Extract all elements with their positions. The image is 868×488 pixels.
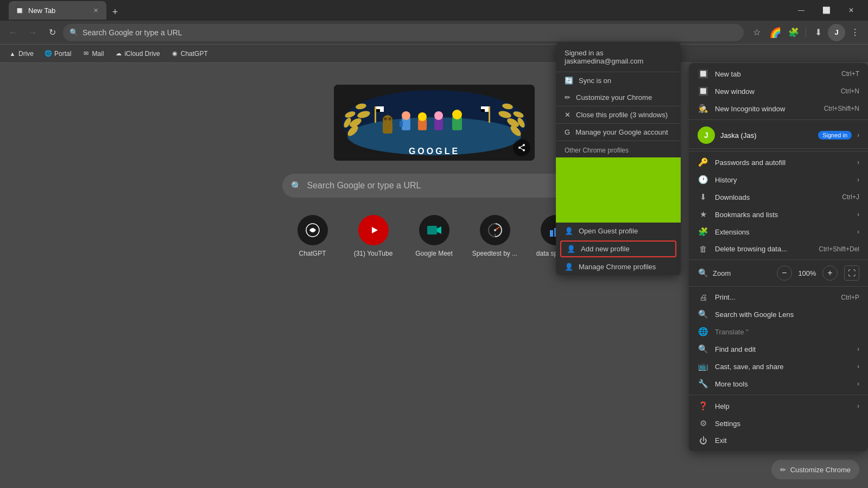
menu-help[interactable]: ❓ Help › xyxy=(689,397,868,415)
profile-close-row[interactable]: ✕ Close this profile (3 windows) xyxy=(556,106,681,124)
svg-rect-44 xyxy=(550,230,553,237)
zoom-label: Zoom xyxy=(713,269,772,277)
menu-cast-save[interactable]: 📺 Cast, save, and share › xyxy=(689,358,868,375)
downloads-button[interactable]: ⬇ xyxy=(809,24,827,41)
new-tab-button[interactable]: + xyxy=(107,4,123,20)
shortcut-youtube[interactable]: (31) YouTube xyxy=(347,215,400,257)
menu-exit[interactable]: ⏻ Exit xyxy=(689,432,868,449)
menu-new-tab-label: New tab xyxy=(715,70,835,78)
profile-manage-row[interactable]: G Manage your Google account xyxy=(556,124,681,141)
profile-sync-row[interactable]: 🔄 Sync is on xyxy=(556,72,681,89)
translate-icon: 🌐 xyxy=(698,327,708,337)
menu-sep-4 xyxy=(689,286,868,287)
chrome-logo-button[interactable]: 🌈 xyxy=(766,24,784,41)
open-guest-label: Open Guest profile xyxy=(579,227,638,235)
history-icon: 🕐 xyxy=(698,175,708,185)
bookmark-icloud-label: iCloud Drive xyxy=(124,50,160,58)
address-bar[interactable]: 🔍 Search Google or type a URL xyxy=(63,24,744,41)
menu-new-tab[interactable]: 🔲 New tab Ctrl+T xyxy=(689,65,868,83)
toolbar: ← → ↻ 🔍 Search Google or type a URL ☆ 🌈 … xyxy=(0,21,868,45)
menu-new-incognito[interactable]: 🕵 New Incognito window Ctrl+Shift+N xyxy=(689,100,868,117)
menu-history[interactable]: 🕐 History › xyxy=(689,171,868,188)
bookmark-drive[interactable]: ▲ Drive xyxy=(4,47,38,60)
chrome-menu: 🔲 New tab Ctrl+T 🔲 New window Ctrl+N 🕵 N… xyxy=(689,63,868,451)
menu-new-window[interactable]: 🔲 New window Ctrl+N xyxy=(689,83,868,100)
bookmark-mail[interactable]: ✉ Mail xyxy=(78,47,108,60)
zoom-value: 100% xyxy=(796,269,818,277)
menu-new-tab-shortcut: Ctrl+T xyxy=(841,70,859,78)
doodle-image: GOOGLE xyxy=(334,85,535,161)
profile-chevron-icon: › xyxy=(857,131,859,139)
tab-close-button[interactable]: ✕ xyxy=(91,6,100,15)
svg-rect-34 xyxy=(481,109,485,112)
add-new-profile-row[interactable]: 👤 Add new profile xyxy=(560,240,676,257)
pencil-icon: ✏ xyxy=(565,93,571,102)
doodle-share-button[interactable] xyxy=(513,139,530,156)
profile-button[interactable]: J xyxy=(828,24,845,41)
search-placeholder: Search Google or type a URL xyxy=(307,181,421,191)
new-tab-icon: 🔲 xyxy=(698,69,708,79)
menu-print-shortcut: Ctrl+P xyxy=(841,294,859,301)
extensions-button[interactable]: 🧩 xyxy=(785,24,802,41)
shortcut-speedtest[interactable]: ? Speedtest by ... xyxy=(469,215,521,257)
sync-icon: 🔄 xyxy=(565,77,573,85)
menu-sep-3 xyxy=(689,259,868,260)
active-tab[interactable]: 🔲 New Tab ✕ xyxy=(9,1,106,20)
menu-more-tools[interactable]: 🔧 More tools › xyxy=(689,375,868,392)
menu-downloads[interactable]: ⬇ Downloads Ctrl+J xyxy=(689,188,868,206)
menu-help-label: Help xyxy=(715,402,851,410)
google-g-icon: G xyxy=(565,128,570,136)
open-guest-row[interactable]: 👤 Open Guest profile xyxy=(556,223,681,239)
menu-bookmarks[interactable]: ★ Bookmarks and lists › xyxy=(689,206,868,223)
menu-delete-browsing[interactable]: 🗑 Delete browsing data... Ctrl+Shift+Del xyxy=(689,240,868,257)
bookmarks-chevron-icon: › xyxy=(857,211,859,218)
customize-chrome-button[interactable]: ✏ Customize Chrome xyxy=(771,460,859,479)
svg-point-16 xyxy=(383,115,392,125)
add-profile-icon: 👤 xyxy=(567,245,575,253)
chatgpt-bookmark-icon: ◉ xyxy=(171,50,179,58)
shortcut-meet[interactable]: Google Meet xyxy=(408,215,460,257)
menu-passwords[interactable]: 🔑 Passwords and autofill › xyxy=(689,154,868,171)
close-button[interactable]: ✕ xyxy=(839,2,864,18)
bookmark-icloud[interactable]: ☁ iCloud Drive xyxy=(110,47,164,60)
menu-delete-label: Delete browsing data... xyxy=(715,245,812,253)
forward-button[interactable]: → xyxy=(24,24,41,41)
search-bar[interactable]: 🔍 Search Google or type a URL xyxy=(282,174,586,198)
profile-customize-chrome-row[interactable]: ✏ Customize your Chrome xyxy=(556,89,681,106)
zoom-plus-button[interactable]: + xyxy=(822,265,838,281)
menu-cast-save-label: Cast, save, and share xyxy=(715,363,851,371)
menu-find-edit[interactable]: 🔍 Find and edit › xyxy=(689,340,868,358)
svg-rect-37 xyxy=(427,226,437,235)
menu-translate[interactable]: 🌐 Translate " xyxy=(689,323,868,340)
customize-label: Customize your Chrome xyxy=(576,93,652,102)
manage-profiles-icon: 👤 xyxy=(565,263,573,271)
back-button[interactable]: ← xyxy=(4,24,22,41)
zoom-minus-button[interactable]: − xyxy=(777,265,792,281)
maximize-button[interactable]: ⬜ xyxy=(814,2,839,18)
menu-avatar: J xyxy=(698,126,715,144)
manage-profiles-row[interactable]: 👤 Manage Chrome profiles xyxy=(556,258,681,275)
menu-settings[interactable]: ⚙ Settings xyxy=(689,415,868,432)
menu-profile-row[interactable]: J Jaska (Jas) Signed in › xyxy=(689,122,868,149)
menu-print-label: Print... xyxy=(715,293,834,301)
shortcut-meet-label: Google Meet xyxy=(415,250,453,257)
menu-button[interactable]: ⋮ xyxy=(846,24,864,41)
add-new-label: Add new profile xyxy=(581,245,630,253)
refresh-button[interactable]: ↻ xyxy=(43,24,61,41)
bookmark-chatgpt[interactable]: ◉ ChatGPT xyxy=(167,47,212,60)
sync-label: Sync is on xyxy=(579,77,611,85)
bookmark-star-button[interactable]: ☆ xyxy=(748,24,765,41)
bookmarks-menu-icon: ★ xyxy=(698,210,708,219)
menu-extensions[interactable]: 🧩 Extensions › xyxy=(689,223,868,240)
shortcut-chatgpt[interactable]: ChatGPT xyxy=(287,215,339,257)
bookmark-portal[interactable]: 🌐 Portal xyxy=(40,47,75,60)
menu-print[interactable]: 🖨 Print... Ctrl+P xyxy=(689,289,868,306)
svg-point-23 xyxy=(418,112,427,121)
drive-icon: ▲ xyxy=(9,50,16,58)
fullscreen-button[interactable]: ⛶ xyxy=(844,265,859,281)
search-container: 🔍 Search Google or type a URL xyxy=(282,174,586,198)
google-doodle[interactable]: GOOGLE xyxy=(334,85,535,161)
menu-search-lens[interactable]: 🔍 Search with Google Lens xyxy=(689,306,868,323)
minimize-button[interactable]: — xyxy=(789,2,814,18)
other-profile-avatar[interactable] xyxy=(556,157,681,223)
